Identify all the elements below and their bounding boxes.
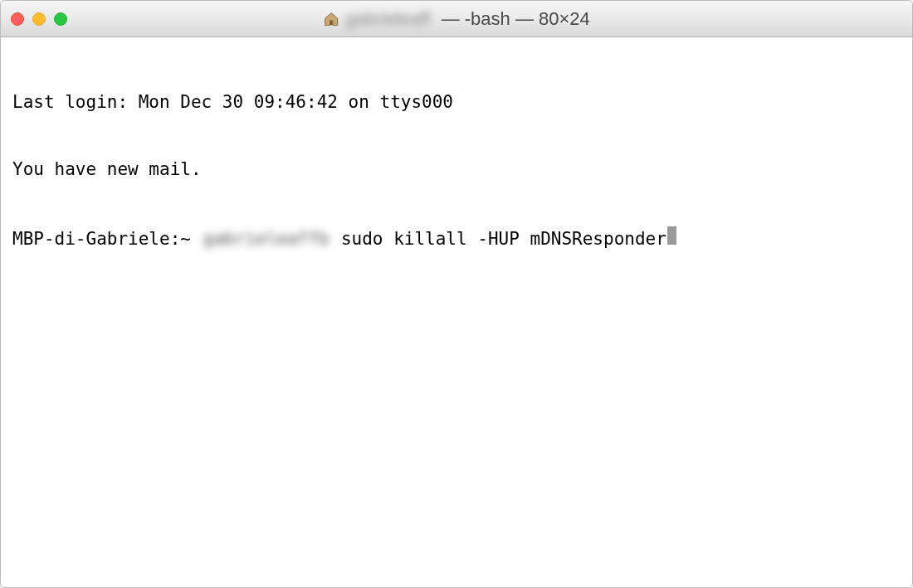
terminal-body[interactable]: Last login: Mon Dec 30 09:46:42 on ttys0… [1, 37, 912, 587]
window-title-user: gabrieleaff [345, 8, 430, 30]
cursor [667, 226, 676, 245]
window-title: gabrieleaff — -bash — 80×24 [323, 8, 590, 30]
close-button[interactable] [11, 12, 24, 26]
terminal-output-line: Last login: Mon Dec 30 09:46:42 on ttys0… [12, 91, 901, 114]
terminal-window: gabrieleaff — -bash — 80×24 Last login: … [0, 0, 913, 588]
minimize-button[interactable] [32, 12, 46, 26]
home-icon [323, 11, 339, 27]
terminal-prompt-line: MBP-di-Gabriele:~ gabrieleaffb sudo kill… [12, 226, 901, 250]
terminal-output-line: You have new mail. [12, 158, 901, 181]
prompt-host: MBP-di-Gabriele:~ [12, 228, 202, 250]
window-title-suffix: — -bash — 80×24 [437, 8, 590, 30]
maximize-button[interactable] [54, 12, 67, 26]
terminal-command: sudo killall -HUP mDNSResponder [330, 228, 666, 250]
prompt-user: gabrieleaffb [202, 228, 331, 250]
svg-rect-0 [330, 21, 333, 25]
titlebar[interactable]: gabrieleaff — -bash — 80×24 [1, 1, 912, 37]
traffic-lights [11, 12, 67, 26]
